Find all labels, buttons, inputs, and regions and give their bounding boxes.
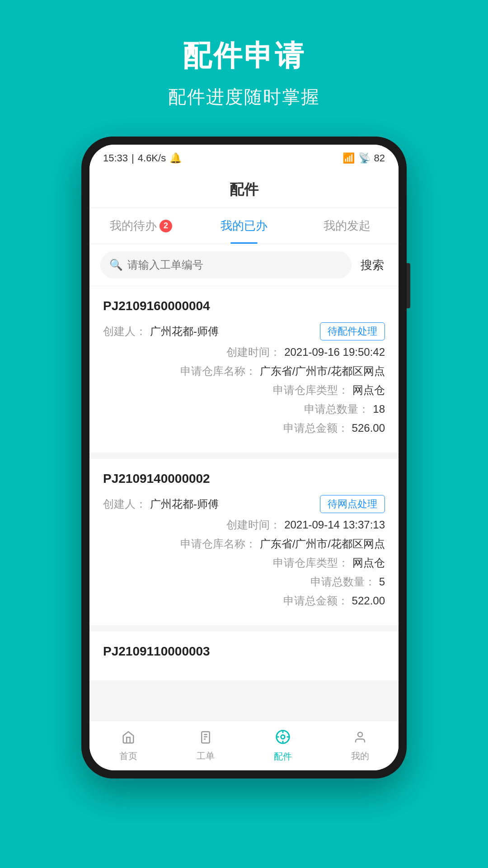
battery: 82 [374,152,385,164]
card-1-warehouse-row: 申请仓库名称： 广东省/广州市/花都区网点 [103,364,385,378]
card-2-created-label: 创建时间： [226,518,281,532]
svg-point-5 [281,735,285,739]
card-2-amount: 522.00 [352,594,385,607]
tab-pending[interactable]: 我的待办 2 [89,208,192,244]
card-2-status: 待网点处理 [320,495,385,513]
card-2-warehouse-row: 申请仓库名称： 广东省/广州市/花都区网点 [103,537,385,551]
card-1-created-row: 创建时间： 2021-09-16 19:50:42 [103,345,385,359]
card-2-qty-label: 申请总数量： [310,575,375,589]
card-1-warehouse-label: 申请仓库名称： [180,364,256,378]
card-1-creator-label: 创建人： [103,324,146,339]
card-1-status: 待配件处理 [320,322,385,340]
card-2-warehouse-type: 网点仓 [352,556,385,570]
search-input[interactable] [127,259,343,271]
card-1[interactable]: PJ2109160000004 创建人： 广州花都-师傅 待配件处理 创建时间：… [89,286,399,453]
network-speed: 4.6K/s [138,152,166,164]
header-section: 配件申请 配件进度随时掌握 [168,0,320,137]
tab-done-label: 我的已办 [221,218,267,234]
card-2-amount-label: 申请总金额： [283,594,348,608]
card-1-warehouse-type: 网点仓 [352,383,385,397]
search-button[interactable]: 搜索 [357,257,388,273]
content-area: PJ2109160000004 创建人： 广州花都-师傅 待配件处理 创建时间：… [89,286,399,721]
card-2-created-row: 创建时间： 2021-09-14 13:37:13 [103,518,385,532]
page-subtitle: 配件进度随时掌握 [168,85,320,109]
status-right: 📶 📡 82 [343,152,385,164]
nav-mine[interactable]: 我的 [321,721,399,770]
top-bar: 配件 [89,172,399,208]
card-2-amount-row: 申请总金额： 522.00 [103,594,385,608]
nav-parts[interactable]: 配件 [244,721,321,770]
nav-workorder-label: 工单 [197,750,215,762]
card-1-amount-row: 申请总金额： 526.00 [103,421,385,435]
nav-parts-label: 配件 [274,750,292,763]
card-1-amount: 526.00 [352,422,385,434]
tab-pending-label: 我的待办 [110,218,157,234]
svg-point-10 [358,732,362,737]
tab-pending-badge: 2 [160,220,172,232]
nav-mine-label: 我的 [351,750,369,762]
card-2-warehouse-type-row: 申请仓库类型： 网点仓 [103,556,385,570]
card-1-creator-row: 创建人： 广州花都-师傅 待配件处理 [103,322,385,340]
card-2-creator-row: 创建人： 广州花都-师傅 待网点处理 [103,495,385,513]
card-1-created: 2021-09-16 19:50:42 [284,346,385,359]
search-bar: 🔍 搜索 [89,244,399,286]
card-2-created: 2021-09-14 13:37:13 [284,519,385,531]
signal-icon: 📶 [343,152,355,164]
tab-initiated[interactable]: 我的发起 [296,208,399,244]
card-2-warehouse-label: 申请仓库名称： [180,537,256,551]
search-input-wrapper[interactable]: 🔍 [100,251,352,278]
card-1-qty: 18 [373,403,385,415]
phone-side-button [407,263,410,308]
card-1-qty-label: 申请总数量： [304,402,369,416]
card-2[interactable]: PJ2109140000002 创建人： 广州花都-师傅 待网点处理 创建时间：… [89,459,399,625]
card-1-warehouse-type-row: 申请仓库类型： 网点仓 [103,383,385,397]
card-3-id: PJ2109110000003 [103,644,385,659]
alarm-icon: 🔔 [169,152,182,164]
card-1-qty-row: 申请总数量： 18 [103,402,385,416]
home-icon [122,729,135,748]
nav-workorder[interactable]: 工单 [167,721,244,770]
mine-icon [353,729,367,748]
status-left: 15:33 | 4.6K/s 🔔 [103,152,182,164]
card-2-creator-label: 创建人： [103,497,146,511]
page-title: 配件申请 [168,36,320,75]
phone-screen: 15:33 | 4.6K/s 🔔 📶 📡 82 配件 我的待办 2 [89,145,399,770]
phone-frame: 15:33 | 4.6K/s 🔔 📶 📡 82 配件 我的待办 2 [81,137,407,778]
card-1-creator: 广州花都-师傅 [150,324,219,339]
nav-home-label: 首页 [119,750,137,762]
card-1-amount-label: 申请总金额： [283,421,348,435]
card-2-warehouse-type-label: 申请仓库类型： [273,556,349,570]
card-2-qty-row: 申请总数量： 5 [103,575,385,589]
parts-icon [275,729,291,749]
tab-done[interactable]: 我的已办 [192,208,296,244]
time: 15:33 [103,152,128,164]
speed: | [131,152,134,164]
card-1-created-label: 创建时间： [226,345,281,359]
card-2-qty: 5 [379,576,385,588]
card-1-warehouse-type-label: 申请仓库类型： [273,383,349,397]
tab-initiated-label: 我的发起 [324,218,371,234]
workorder-icon [199,729,212,748]
status-bar: 15:33 | 4.6K/s 🔔 📶 📡 82 [89,145,399,172]
card-1-warehouse: 广东省/广州市/花都区网点 [260,364,385,378]
nav-home[interactable]: 首页 [89,721,167,770]
card-2-warehouse: 广东省/广州市/花都区网点 [260,537,385,551]
bottom-nav: 首页 工单 [89,721,399,770]
card-2-id: PJ2109140000002 [103,472,385,486]
wifi-icon: 📡 [358,152,371,164]
search-icon: 🔍 [109,259,123,271]
card-3[interactable]: PJ2109110000003 [89,632,399,680]
card-2-creator: 广州花都-师傅 [150,497,219,511]
screen-title: 配件 [230,180,258,200]
tab-bar: 我的待办 2 我的已办 我的发起 [89,208,399,244]
card-1-id: PJ2109160000004 [103,299,385,313]
